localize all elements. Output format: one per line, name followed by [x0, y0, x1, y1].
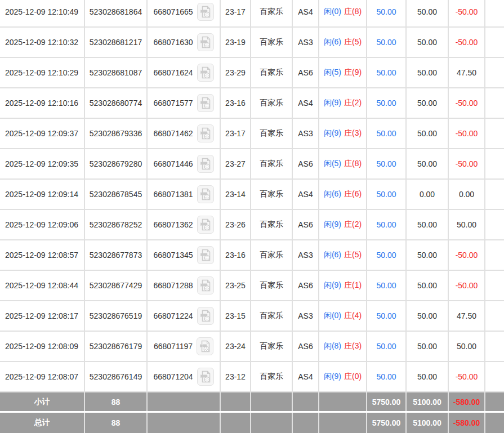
winloss-amount: -50.00: [449, 88, 485, 118]
video-file-icon: [200, 218, 211, 231]
player-score: 闲(5): [324, 68, 341, 78]
empty-cell: [319, 413, 367, 433]
game-result: 闲(9) 庄(2): [319, 210, 367, 239]
bet-history-table: 2025-12-09 12:10:49 523028681864 6680716…: [0, 0, 504, 433]
bet-id: 523028676179: [85, 332, 148, 361]
subtotal-label: 小计: [0, 392, 85, 411]
player-score: 闲(6): [324, 189, 341, 199]
empty-cell: [293, 413, 319, 433]
video-replay-button[interactable]: [197, 3, 214, 21]
bet-history-viewport: 2025-12-09 12:10:49 523028681864 6680716…: [0, 0, 504, 433]
game-result: 闲(9) 庄(1): [319, 271, 367, 300]
round-cell: 668071624: [148, 58, 221, 87]
banker-score: 庄(5): [344, 37, 362, 47]
bet-amount-link[interactable]: 50.00: [367, 332, 407, 361]
video-replay-button[interactable]: [197, 64, 214, 82]
round-id: 668071665: [153, 7, 193, 16]
game-result: 闲(9) 庄(0): [319, 362, 367, 391]
video-file-icon: [200, 36, 211, 48]
bet-amount-link[interactable]: 50.00: [367, 271, 407, 300]
banker-score: 庄(3): [344, 128, 362, 139]
table-row: 2025-12-09 12:10:32 523028681217 6680716…: [0, 28, 504, 58]
bet-id: 523028680774: [85, 88, 148, 118]
game-name: 百家乐: [251, 332, 293, 361]
bet-amount-link[interactable]: 50.00: [367, 149, 407, 178]
bet-amount-link[interactable]: 50.00: [367, 88, 407, 118]
bet-amount-link[interactable]: 50.00: [367, 28, 407, 57]
bet-time: 2025-12-09 12:08:17: [0, 301, 85, 331]
round-id: 668071577: [153, 99, 193, 108]
round-cell: 668071446: [148, 149, 221, 178]
empty-cell: [293, 392, 319, 411]
winloss-amount: -50.00: [449, 362, 485, 391]
bet-time: 2025-12-09 12:10:16: [0, 88, 85, 118]
video-replay-button[interactable]: [197, 307, 214, 325]
round-cell: 668071577: [148, 88, 221, 118]
empty-cell: [251, 413, 293, 433]
video-replay-button[interactable]: [197, 337, 213, 355]
video-replay-button[interactable]: [197, 33, 214, 51]
video-replay-button[interactable]: [197, 185, 214, 203]
bet-amount-link[interactable]: 50.00: [367, 119, 407, 148]
video-replay-button[interactable]: [197, 216, 214, 234]
valid-amount: 50.00: [407, 0, 449, 26]
video-file-icon: [199, 340, 211, 352]
banker-score: 庄(8): [344, 7, 362, 17]
total-row: 总计 88 5750.00 5100.00 -580.00: [0, 413, 504, 433]
player-score: 闲(6): [324, 250, 341, 260]
subtotal-count: 88: [85, 392, 148, 411]
valid-amount: 50.00: [407, 210, 449, 239]
banker-score: 庄(9): [344, 68, 362, 78]
banker-score: 庄(0): [344, 372, 362, 382]
empty-cell: [485, 28, 504, 57]
shoe-code: AS4: [293, 0, 319, 26]
table-number: 23-14: [221, 180, 251, 209]
bet-amount-link[interactable]: 50.00: [367, 240, 407, 270]
round-id: 668071630: [153, 38, 193, 47]
game-name: 百家乐: [251, 149, 293, 178]
winloss-amount: -50.00: [449, 149, 485, 178]
empty-cell: [485, 149, 504, 178]
round-cell: 668071288: [148, 271, 221, 300]
shoe-code: AS6: [293, 210, 319, 239]
bet-time: 2025-12-09 12:09:37: [0, 119, 85, 148]
game-name: 百家乐: [251, 28, 293, 57]
video-replay-button[interactable]: [197, 94, 214, 112]
winloss-amount: -50.00: [449, 119, 485, 148]
empty-cell: [485, 362, 504, 391]
game-name: 百家乐: [251, 58, 293, 87]
bet-amount-link[interactable]: 50.00: [367, 180, 407, 209]
empty-cell: [485, 301, 504, 331]
video-replay-button[interactable]: [197, 124, 214, 142]
valid-amount: 50.00: [407, 362, 449, 391]
bet-amount-link[interactable]: 50.00: [367, 58, 407, 87]
bet-id: 523028679280: [85, 149, 148, 178]
table-number: 23-16: [221, 240, 251, 270]
round-cell: 668071665: [148, 0, 221, 26]
winloss-amount: -50.00: [449, 240, 485, 270]
empty-cell: [485, 119, 504, 148]
bet-id: 523028681864: [85, 0, 148, 26]
game-name: 百家乐: [251, 119, 293, 148]
bet-amount-link[interactable]: 50.00: [367, 210, 407, 239]
video-replay-button[interactable]: [197, 246, 214, 264]
player-score: 闲(9): [324, 372, 341, 382]
shoe-code: AS6: [293, 149, 319, 178]
video-replay-button[interactable]: [197, 276, 214, 294]
video-replay-button[interactable]: [197, 155, 214, 173]
bet-amount-link[interactable]: 50.00: [367, 0, 407, 26]
banker-score: 庄(2): [344, 98, 362, 108]
round-id: 668071288: [153, 281, 193, 290]
shoe-code: AS3: [293, 240, 319, 270]
bet-id: 523028678252: [85, 210, 148, 239]
total-bet: 5750.00: [367, 413, 407, 433]
game-result: 闲(5) 庄(8): [319, 149, 367, 178]
table-row: 2025-12-09 12:08:09 523028676179 6680711…: [0, 332, 504, 362]
bet-amount-link[interactable]: 50.00: [367, 301, 407, 331]
bet-amount-link[interactable]: 50.00: [367, 362, 407, 391]
video-replay-button[interactable]: [197, 368, 214, 386]
banker-score: 庄(6): [344, 189, 362, 199]
bet-time: 2025-12-09 12:08:09: [0, 332, 85, 361]
bet-id: 523028681087: [85, 58, 148, 87]
shoe-code: AS3: [293, 119, 319, 148]
